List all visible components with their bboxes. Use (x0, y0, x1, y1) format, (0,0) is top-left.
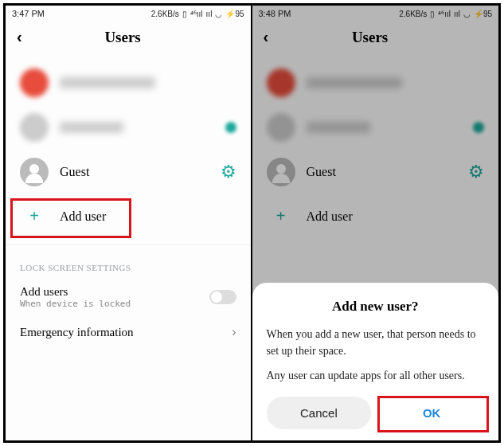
page-title: Users (268, 29, 471, 46)
avatar-second (20, 113, 49, 142)
status-icons: 2.6KB/s ▯ ⁴⁶ııl ııl ◡ ⚡95 (151, 10, 244, 18)
user-owner-name-redacted (307, 77, 402, 88)
net-speed: 2.6KB/s (399, 10, 427, 18)
user-row-second[interactable] (6, 105, 251, 150)
user-row-guest[interactable]: Guest ⚙ (6, 150, 251, 194)
status-icons: 2.6KB/s ▯ ⁴⁶ııl ııl ◡ ⚡95 (399, 10, 492, 18)
dialog-body: When you add a new user, that person nee… (267, 326, 485, 384)
plus-icon: + (267, 207, 295, 225)
user-row-second[interactable] (252, 105, 499, 150)
signal-icon-1: ⁴⁶ııl (190, 10, 203, 18)
signal-icon-1: ⁴⁶ııl (438, 10, 451, 18)
user-owner-name-redacted (60, 77, 155, 88)
section-lock-settings: LOCK SCREEN SETTINGS (6, 252, 251, 277)
gear-icon[interactable]: ⚙ (468, 162, 484, 182)
cancel-button[interactable]: Cancel (267, 397, 372, 429)
add-user-button[interactable]: + Add user (6, 194, 251, 238)
add-user-button[interactable]: + Add user (252, 194, 499, 238)
avatar-guest-icon (267, 158, 295, 186)
emergency-title: Emergency information (20, 326, 224, 339)
net-speed: 2.6KB/s (151, 10, 179, 18)
dialog-add-user: Add new user? When you add a new user, t… (252, 283, 499, 440)
user-second-name-redacted (307, 122, 370, 133)
header: ‹ Users (6, 20, 251, 61)
active-indicator-icon (473, 122, 484, 133)
gear-icon[interactable]: ⚙ (221, 162, 236, 182)
sim-icon: ▯ (182, 10, 187, 18)
sim-icon: ▯ (430, 10, 435, 18)
chevron-right-icon: › (232, 325, 236, 339)
dialog-text-1: When you add a new user, that person nee… (267, 326, 485, 359)
avatar-owner (267, 68, 295, 97)
page-title: Users (22, 29, 224, 46)
signal-icon-2: ııl (454, 10, 460, 18)
toggle-add-users-locked[interactable] (209, 290, 236, 304)
plus-icon: + (20, 207, 49, 225)
wifi-icon: ◡ (463, 10, 471, 18)
active-indicator-icon (225, 122, 236, 133)
setting-add-users-locked[interactable]: Add users When device is locked (6, 277, 251, 317)
guest-label: Guest (307, 165, 458, 179)
status-time: 3:47 PM (12, 9, 45, 18)
divider (6, 245, 251, 245)
user-row-guest[interactable]: Guest ⚙ (252, 150, 499, 194)
setting-title: Add users (20, 285, 201, 299)
guest-label: Guest (60, 165, 209, 179)
signal-icon-2: ııl (206, 10, 213, 18)
dialog-title: Add new user? (267, 299, 485, 315)
add-user-label: Add user (307, 209, 353, 224)
avatar-second (267, 113, 295, 142)
user-row-owner[interactable] (252, 61, 499, 105)
header: ‹ Users (252, 20, 499, 61)
avatar-owner (20, 68, 49, 97)
add-user-label: Add user (60, 209, 106, 224)
screen-add-user-dialog: 3:48 PM 2.6KB/s ▯ ⁴⁶ııl ııl ◡ ⚡95 ‹ User… (252, 6, 499, 440)
back-icon[interactable]: ‹ (17, 28, 22, 46)
setting-emergency-info[interactable]: Emergency information › (6, 317, 251, 347)
battery-icon: ⚡95 (474, 10, 492, 18)
setting-sub: When device is locked (20, 299, 201, 309)
back-icon[interactable]: ‹ (264, 28, 269, 46)
wifi-icon: ◡ (215, 10, 222, 18)
dialog-text-2: Any user can update apps for all other u… (267, 367, 485, 384)
user-row-owner[interactable] (6, 61, 251, 105)
user-second-name-redacted (60, 122, 123, 133)
status-bar: 3:48 PM 2.6KB/s ▯ ⁴⁶ııl ııl ◡ ⚡95 (252, 6, 499, 20)
battery-icon: ⚡95 (225, 10, 244, 18)
status-time: 3:48 PM (259, 9, 291, 18)
screen-users-list: 3:47 PM 2.6KB/s ▯ ⁴⁶ııl ııl ◡ ⚡95 ‹ User… (6, 6, 252, 440)
ok-button[interactable]: OK (379, 397, 484, 429)
dialog-buttons: Cancel OK (267, 397, 485, 429)
status-bar: 3:47 PM 2.6KB/s ▯ ⁴⁶ııl ııl ◡ ⚡95 (6, 6, 251, 20)
avatar-guest-icon (20, 158, 49, 186)
